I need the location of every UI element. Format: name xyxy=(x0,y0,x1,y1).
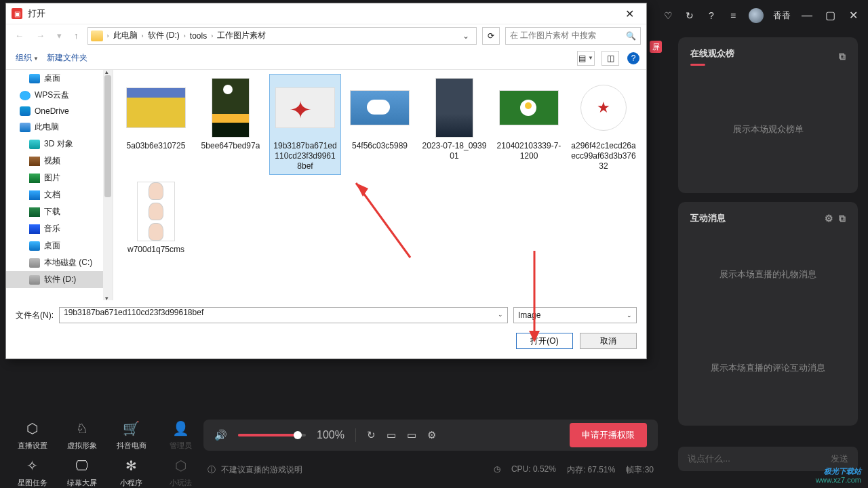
dialog-app-icon: ▣ xyxy=(12,8,22,19)
tree-item[interactable]: OneDrive xyxy=(6,104,113,119)
file-item[interactable]: 5bee647bed97a xyxy=(195,74,267,175)
tool-icon: 🛒 xyxy=(123,420,140,436)
help-button[interactable]: ? xyxy=(627,52,639,64)
menu-icon[interactable]: ≡ xyxy=(727,9,739,22)
refresh-icon[interactable]: ↻ xyxy=(367,429,376,441)
tool-抖音电商[interactable]: 🛒抖音电商 xyxy=(113,420,150,451)
search-input[interactable]: 在 工作图片素材 中搜索 🔍 xyxy=(505,27,641,45)
tree-item[interactable]: 软件 (D:) xyxy=(6,271,113,288)
app-header: ♡ ↻ ? ≡ 香香 — ▢ ✕ xyxy=(662,0,868,30)
screen2-icon[interactable]: ▭ xyxy=(407,429,416,441)
screen-badge[interactable]: 屏 xyxy=(650,41,662,53)
file-item[interactable]: 210402103339-7-1200 xyxy=(493,74,565,175)
search-icon[interactable]: 🔍 xyxy=(626,31,636,41)
maximize-button[interactable]: ▢ xyxy=(823,9,837,22)
breadcrumb[interactable]: › 此电脑› 软件 (D:)› tools› 工作图片素材 ⌄ xyxy=(87,27,477,45)
tree-item-icon xyxy=(29,174,40,183)
tree-item[interactable]: 桌面 xyxy=(6,237,113,254)
history-icon[interactable]: ↻ xyxy=(684,9,696,22)
tree-item[interactable]: 图片 xyxy=(6,169,113,186)
tree-item[interactable]: 此电脑 xyxy=(6,119,113,136)
tree-item[interactable]: 桌面 xyxy=(6,70,113,87)
file-name: 210402103339-7-1200 xyxy=(496,141,561,161)
tree-item[interactable]: 音乐 xyxy=(6,220,113,237)
tree-item-icon xyxy=(29,190,40,200)
organize-button[interactable]: 组织▼ xyxy=(13,49,41,66)
tree-item[interactable]: 文档 xyxy=(6,186,113,203)
screen1-icon[interactable]: ▭ xyxy=(387,429,396,441)
tree-item[interactable]: 视频 xyxy=(6,152,113,169)
preview-pane-button[interactable]: ◫ xyxy=(601,51,619,66)
tool-label: 直播设置 xyxy=(18,441,47,451)
help-icon[interactable]: ? xyxy=(705,9,717,22)
info-icon[interactable]: ⓘ xyxy=(208,464,216,476)
tree-item-icon xyxy=(29,74,40,83)
new-folder-button[interactable]: 新建文件夹 xyxy=(44,49,90,66)
tools-row-1: ⬡直播设置♘虚拟形象🛒抖音电商👤管理员 xyxy=(14,420,199,451)
tool-星图任务[interactable]: ✧星图任务 xyxy=(14,458,51,488)
settings-icon[interactable]: ⚙ xyxy=(825,213,833,224)
heart-icon[interactable]: ♡ xyxy=(662,9,674,22)
file-item[interactable]: 5a03b6e310725 xyxy=(120,74,192,175)
tree-scrollbar[interactable]: ▴▾ xyxy=(103,70,113,300)
breadcrumb-seg[interactable]: 工作图片素材 xyxy=(214,28,269,43)
file-open-dialog: ▣ 打开 ✕ ← → ▾ ↑ › 此电脑› 软件 (D:)› tools› 工作… xyxy=(5,3,647,359)
control-bar: 🔊 100% ↻ ▭ ▭ ⚙ 申请开播权限 xyxy=(203,420,658,451)
tree-item-label: 音乐 xyxy=(44,223,60,235)
status-bar: ⓘ 不建议直播的游戏说明 ◷ CPU: 0.52% 内存: 67.51% 帧率:… xyxy=(203,464,658,476)
tool-label: 绿幕大屏 xyxy=(67,478,97,488)
volume-slider[interactable] xyxy=(238,434,306,436)
file-item[interactable]: 19b3187ba671ed110cd23f3d99618bef xyxy=(269,74,341,175)
filetype-select[interactable]: Image⌄ xyxy=(513,307,637,323)
popout-icon[interactable]: ⧉ xyxy=(839,213,846,224)
popout-icon[interactable]: ⧉ xyxy=(839,51,846,62)
panel-audience-title: 在线观众榜 xyxy=(690,47,734,60)
view-mode-button[interactable]: ▤▼ xyxy=(577,51,595,66)
file-item[interactable]: 54f56c03c5989 xyxy=(344,74,416,175)
breadcrumb-seg[interactable]: 软件 (D:) xyxy=(145,28,182,43)
tool-直播设置[interactable]: ⬡直播设置 xyxy=(14,420,51,451)
refresh-button[interactable]: ⟳ xyxy=(482,27,500,45)
tool-label: 星图任务 xyxy=(18,478,47,488)
nav-up-icon[interactable]: ↑ xyxy=(71,29,82,42)
tree-item[interactable]: 3D 对象 xyxy=(6,136,113,152)
tool-绿幕大屏[interactable]: 🖵绿幕大屏 xyxy=(63,458,100,488)
nav-recent-icon[interactable]: ▾ xyxy=(54,29,65,42)
volume-icon[interactable]: 🔊 xyxy=(214,429,227,441)
file-name: 5bee647bed97a xyxy=(201,141,260,151)
chat-send[interactable]: 发送 xyxy=(831,453,848,465)
close-button[interactable]: ✕ xyxy=(846,9,860,22)
file-thumbnail xyxy=(424,77,485,138)
tree-item[interactable]: 下载 xyxy=(6,203,113,220)
breadcrumb-seg[interactable]: 此电脑 xyxy=(111,28,140,43)
tool-icon: ✻ xyxy=(123,458,140,474)
open-button[interactable]: 打开(O) xyxy=(516,333,573,349)
dialog-titlebar: ▣ 打开 ✕ xyxy=(6,3,646,24)
panel-audience-body: 展示本场观众榜单 xyxy=(678,76,858,136)
volume-value: 100% xyxy=(317,429,344,441)
file-item[interactable]: a296f42c1ecd26aecc99af63d3b37632 xyxy=(568,74,639,175)
apply-broadcast-button[interactable]: 申请开播权限 xyxy=(570,423,647,447)
dialog-close-button[interactable]: ✕ xyxy=(618,5,641,23)
breadcrumb-seg[interactable]: tools xyxy=(187,30,210,42)
tool-icon: ✧ xyxy=(24,458,41,474)
panel-messages-title: 互动消息 xyxy=(690,212,726,224)
minimize-button[interactable]: — xyxy=(800,9,814,22)
avatar[interactable] xyxy=(749,8,764,23)
tool-小程序[interactable]: ✻小程序 xyxy=(113,458,150,488)
nav-back-icon[interactable]: ← xyxy=(12,29,27,42)
chevron-down-icon[interactable]: ⌄ xyxy=(458,31,473,41)
status-left[interactable]: 不建议直播的游戏说明 xyxy=(221,464,302,476)
tree-item-label: 视频 xyxy=(44,155,60,167)
tree-item[interactable]: 本地磁盘 (C:) xyxy=(6,254,113,271)
filename-field[interactable]: 19b3187ba671ed110cd23f3d99618bef⌄ xyxy=(59,307,508,323)
tool-虚拟形象[interactable]: ♘虚拟形象 xyxy=(63,420,100,451)
nav-forward-icon[interactable]: → xyxy=(33,29,48,42)
cancel-button[interactable]: 取消 xyxy=(580,333,637,349)
tree-item-label: OneDrive xyxy=(35,106,69,116)
file-item[interactable]: 2023-07-18_093901 xyxy=(418,74,490,175)
file-item[interactable]: w700d1q75cms xyxy=(120,178,192,258)
tree-item[interactable]: WPS云盘 xyxy=(6,87,113,104)
tree-item-label: 本地磁盘 (C:) xyxy=(44,257,92,268)
gear-icon[interactable]: ⚙ xyxy=(427,429,436,441)
